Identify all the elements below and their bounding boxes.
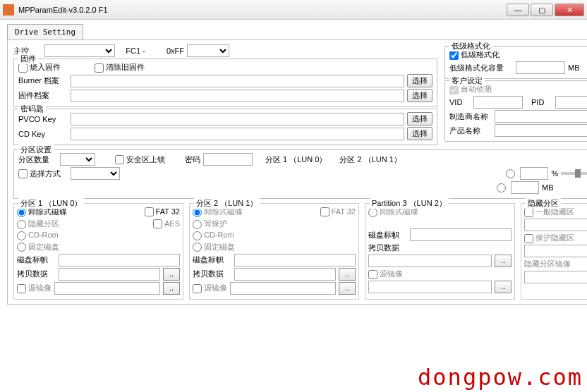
- cd-input[interactable]: [71, 128, 404, 140]
- p1-disklabel-label: 磁盘标帜: [17, 255, 56, 265]
- password-input[interactable]: [203, 153, 253, 166]
- vendor-label: 制造商名称: [449, 111, 492, 122]
- pct-radio[interactable]: [506, 169, 515, 178]
- select-mode-checkbox[interactable]: 选择方式: [18, 169, 61, 179]
- pvco-input[interactable]: [71, 113, 404, 125]
- p1-srcimage-checkbox[interactable]: 源镜像: [17, 283, 52, 293]
- close-button[interactable]: ✕: [555, 4, 584, 16]
- p3-srcimage-checkbox[interactable]: 源镜像: [368, 269, 403, 279]
- p2-srcimage-browse[interactable]: ..: [339, 282, 356, 295]
- fw-archive-select[interactable]: 选择: [407, 89, 432, 102]
- window-title: MPParamEdit-v3.0.2.0 F1: [18, 6, 507, 14]
- p1-cdrom-radio[interactable]: CD-Rom: [17, 231, 59, 240]
- hidden-legend: 隐藏分区: [526, 198, 561, 209]
- p2-fat32-checkbox[interactable]: FAT 32: [320, 207, 356, 217]
- p2-disklabel-input[interactable]: [234, 254, 356, 267]
- hidden-mirror-input[interactable]: [524, 271, 587, 283]
- partition1-group: 分区 1 （LUN 0） 卸除式磁碟FAT 32 隐藏分区AES CD-Rom …: [13, 203, 183, 300]
- p1-pct-input[interactable]: [520, 167, 548, 180]
- firmware-group: 固件 烧入固件 清除旧固件 Burner 档案 选择 固件档案 选择: [13, 59, 437, 107]
- hidden-protect-checkbox[interactable]: 保护隐藏区: [524, 233, 574, 243]
- maximize-button[interactable]: ▢: [531, 4, 553, 16]
- cd-label: CD Key: [18, 130, 68, 138]
- burner-archive-input[interactable]: [71, 75, 404, 87]
- product-label: 产品名称: [449, 125, 492, 136]
- partition-slider[interactable]: [561, 172, 587, 175]
- safelock-checkbox[interactable]: 安全区上锁: [115, 154, 165, 165]
- fw-archive-label: 固件档案: [18, 90, 68, 101]
- p2-legend: 分区 2 （LUN 1）: [194, 198, 260, 209]
- p1-copydata-label: 拷贝数据: [17, 269, 56, 279]
- p1-hidden-radio[interactable]: 隐藏分区: [17, 219, 59, 229]
- p1-disklabel-input[interactable]: [59, 254, 180, 267]
- tab-drive-setting[interactable]: Drive Setting: [7, 24, 83, 39]
- p3-disklabel-label: 磁盘标帜: [368, 230, 407, 240]
- mb-radio[interactable]: [497, 183, 506, 192]
- product-input[interactable]: [495, 124, 587, 137]
- p3-copydata-label: 拷贝数据: [368, 243, 407, 253]
- vid-label: VID: [449, 98, 471, 106]
- p1-aes-checkbox[interactable]: AES: [153, 219, 180, 229]
- p2-header: 分区 2 （LUN 1）: [339, 154, 401, 165]
- hidden-group: 隐藏分区 一般隐藏区 KB 保护隐藏区 KB 隐藏分区镜像 ..: [521, 203, 587, 300]
- p1-mb-input[interactable]: [511, 181, 539, 194]
- lowformat-cap-input[interactable]: [516, 61, 565, 74]
- password-label: 密码: [185, 154, 200, 165]
- cd-select[interactable]: 选择: [407, 127, 432, 140]
- p1-fat32-checkbox[interactable]: FAT 32: [145, 207, 180, 217]
- hidden-general-input[interactable]: [524, 219, 587, 231]
- partition-group: 分区设置 分区数量 安全区上锁 密码 分区 1 （LUN 0） 分区 2 （LU…: [13, 149, 587, 199]
- pvco-select[interactable]: 选择: [407, 112, 432, 125]
- hex-select[interactable]: [187, 44, 229, 57]
- partition-legend: 分区设置: [18, 145, 54, 155]
- titlebar: MPParamEdit-v3.0.2.0 F1 — ▢ ✕: [0, 0, 587, 20]
- master-select[interactable]: [44, 44, 115, 57]
- p3-copydata-input[interactable]: [368, 255, 492, 267]
- p2-copydata-label: 拷贝数据: [193, 269, 231, 279]
- customer-legend: 客户设定: [449, 75, 485, 86]
- app-icon: [3, 4, 14, 16]
- hex-label: 0xFF: [156, 47, 184, 55]
- pid-input[interactable]: [555, 96, 587, 109]
- lowformat-unit: MB: [568, 63, 580, 72]
- p2-copydata-browse[interactable]: ..: [339, 268, 356, 281]
- minimize-button[interactable]: —: [507, 4, 529, 16]
- p2-srcimage-checkbox[interactable]: 源镜像: [193, 283, 227, 293]
- hidden-protect-input[interactable]: [524, 245, 587, 257]
- p3-disklabel-input[interactable]: [410, 228, 512, 241]
- lowformat-cap-label: 低级格式化容量: [449, 63, 513, 73]
- p1-copydata-input[interactable]: [59, 268, 160, 281]
- p2-writeprotect-radio[interactable]: 写保护: [193, 219, 227, 229]
- partition-count-label: 分区数量: [18, 154, 57, 165]
- p2-cdrom-radio[interactable]: CD-Rom: [193, 231, 234, 240]
- p1-copydata-browse[interactable]: ..: [163, 268, 180, 281]
- firmware-legend: 固件: [18, 54, 38, 64]
- key-legend: 密码匙: [18, 104, 46, 114]
- p2-copydata-input[interactable]: [234, 268, 336, 281]
- pvco-label: PVCO Key: [18, 115, 68, 123]
- lowformat-legend: 低级格式化: [449, 41, 492, 51]
- pid-label: PID: [531, 98, 552, 106]
- p3-srcimage-input[interactable]: [368, 281, 492, 293]
- select-mode-select[interactable]: [71, 167, 120, 180]
- p2-disklabel-label: 磁盘标帜: [193, 255, 231, 265]
- main-panel: 主控 FC1 - 0xFF 固件 烧入固件 清除旧固件 Burner 档案: [7, 39, 587, 305]
- p3-srcimage-browse[interactable]: ..: [495, 281, 512, 293]
- p2-srcimage-input[interactable]: [230, 282, 336, 295]
- p1-srcimage-browse[interactable]: ..: [163, 282, 180, 295]
- p3-copydata-browse[interactable]: ..: [495, 255, 512, 267]
- partition-count-select[interactable]: [60, 153, 95, 166]
- p1-fixed-radio[interactable]: 固定磁盘: [17, 242, 59, 252]
- partition3-group: Partition 3 （LUN 2） 卸除式磁碟 磁盘标帜 拷贝数据 .. 源…: [365, 203, 515, 300]
- fw-archive-input[interactable]: [71, 90, 404, 102]
- p1-header: 分区 1 （LUN 0）: [265, 154, 327, 165]
- p1-srcimage-input[interactable]: [54, 282, 160, 295]
- vid-input[interactable]: [473, 96, 523, 109]
- watermark: dongpow.com: [418, 364, 583, 391]
- vendor-input[interactable]: [495, 110, 587, 123]
- clear-old-checkbox[interactable]: 清除旧固件: [95, 62, 145, 73]
- p2-fixed-radio[interactable]: 固定磁盘: [193, 242, 235, 252]
- burner-archive-select[interactable]: 选择: [407, 74, 432, 87]
- lowformat-group: 低级格式化 低级格式化 低级格式化容量 MB: [444, 46, 587, 79]
- fc-label: FC1 -: [118, 47, 153, 55]
